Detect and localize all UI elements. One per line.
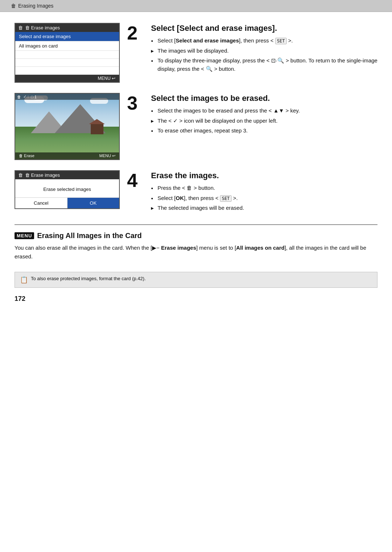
step-2-title: Select [Select and erase images]. (151, 24, 377, 33)
step-2-screenshot: 🗑 🗑 Erase images Select and erase images… (15, 23, 120, 83)
step-3-screenshot: 🗑 ✓ : □ 1 🗑 Erase MENU ↩ (15, 93, 120, 160)
step-3-title: Select the images to be erased. (151, 94, 377, 103)
dialog-body: Erase selected images (15, 179, 119, 197)
step-3-arrow-1: The < ✓ > icon will be displayed on the … (151, 117, 377, 125)
page-number: 172 (15, 295, 377, 303)
menu-section-header: MENU Erasing All Images in the Card (15, 232, 377, 240)
step-4-list: Press the < 🗑 > button. Select [OK], the… (151, 184, 377, 212)
menu-title-1: 🗑 🗑 Erase images (15, 24, 119, 32)
menu-item-3 (15, 51, 119, 59)
step-4-bullet-2: Select [OK], then press < SET >. (151, 194, 377, 203)
menu-section: MENU Erasing All Images in the Card You … (15, 232, 377, 261)
step-3-row: 🗑 ✓ : □ 1 🗑 Erase MENU ↩ 3 Select the im… (15, 93, 377, 160)
menu-item-5 (15, 67, 119, 75)
step-4-arrow-1: The selected images will be erased. (151, 204, 377, 212)
step-4-dialog: 🗑 🗑 Erase images Erase selected images C… (15, 170, 120, 209)
step-3-list: Select the images to be erased and press… (151, 107, 377, 135)
note-icon: 📋 (20, 276, 28, 284)
step-2-bullet-2: To display the three-image display, pres… (151, 57, 377, 73)
step-3-bullet-1: Select the images to be erased and press… (151, 107, 377, 115)
header-trash-icon: 🗑 (11, 3, 16, 9)
step-4-bullet-1: Press the < 🗑 > button. (151, 184, 377, 192)
step-3-content: Select the images to be erased. Select t… (151, 93, 377, 137)
step-2-content: Select [Select and erase images]. Select… (151, 23, 377, 75)
step-4-content: Erase the images. Press the < 🗑 > button… (151, 170, 377, 214)
step-4-left: 🗑 🗑 Erase images Erase selected images C… (15, 170, 120, 209)
cancel-button[interactable]: Cancel (15, 198, 68, 208)
dialog-buttons: Cancel OK (15, 197, 119, 208)
main-content: 🗑 🗑 Erase images Select and erase images… (0, 12, 392, 314)
step-2-arrow-1: The images will be displayed. (151, 47, 377, 55)
menu-trash-icon: 🗑 (18, 25, 23, 30)
step-2-number: 2 (127, 24, 142, 42)
dialog-trash-icon: 🗑 (18, 172, 23, 178)
step-2-bullet-1: Select [Select and erase images], then p… (151, 37, 377, 45)
ok-button[interactable]: OK (68, 198, 119, 208)
trash-check-icon: 🗑 (17, 95, 21, 99)
note-box: 📋 To also erase protected images, format… (15, 272, 377, 288)
step-4-title: Erase the images. (151, 171, 377, 180)
step-2-left: 🗑 🗑 Erase images Select and erase images… (15, 23, 120, 83)
section-divider (15, 224, 377, 225)
camera-bottom-bar: 🗑 Erase MENU ↩ (15, 152, 119, 159)
menu-section-title-text: Erasing All Images in the Card (37, 232, 142, 240)
step-2-list: Select [Select and erase images], then p… (151, 37, 377, 73)
menu-item-2[interactable]: All images on card (15, 41, 119, 51)
step-2-row: 🗑 🗑 Erase images Select and erase images… (15, 23, 377, 83)
step-4-row: 🗑 🗑 Erase images Erase selected images C… (15, 170, 377, 214)
menu-item-4 (15, 59, 119, 67)
erase-label: 🗑 Erase (19, 154, 34, 158)
step-3-bullet-2: To erase other images, repeat step 3. (151, 127, 377, 135)
header-title: Erasing Images (18, 3, 53, 9)
note-text: To also erase protected images, format t… (31, 276, 146, 281)
barn (91, 123, 103, 134)
menu-item-1[interactable]: Select and erase images (15, 32, 119, 41)
menu-return-label: MENU ↩ (99, 154, 115, 158)
step-4-number: 4 (127, 171, 142, 190)
menu-badge: MENU (15, 232, 34, 239)
step-3-number: 3 (127, 94, 142, 113)
dialog-title: 🗑 🗑 Erase images (15, 171, 119, 179)
camera-top-bar: 🗑 ✓ : □ 1 (15, 94, 119, 100)
page-header: 🗑 Erasing Images (0, 0, 392, 12)
menu-section-body: You can also erase all the images in the… (15, 244, 377, 261)
menu-footer-1: MENU ↩ (15, 75, 119, 82)
step-3-left: 🗑 ✓ : □ 1 🗑 Erase MENU ↩ (15, 93, 120, 160)
